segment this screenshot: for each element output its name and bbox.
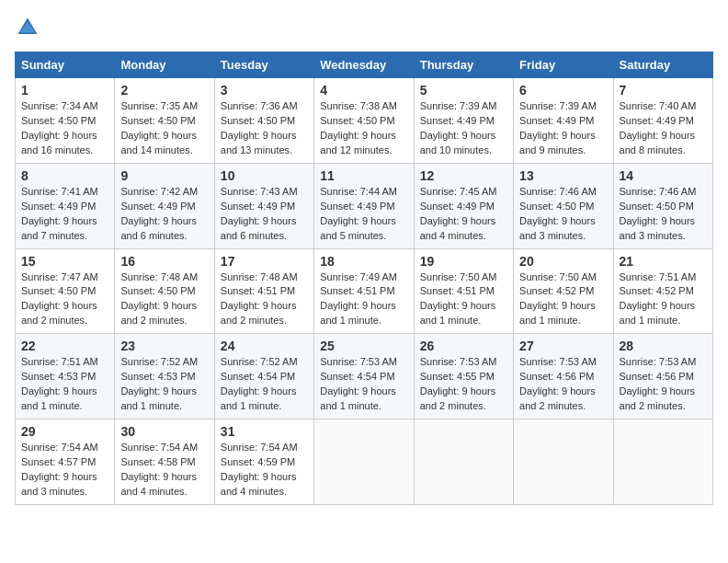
calendar-cell: 13Sunrise: 7:46 AM Sunset: 4:50 PM Dayli… [514, 163, 613, 248]
day-info: Sunrise: 7:51 AM Sunset: 4:53 PM Dayligh… [21, 356, 98, 411]
calendar-cell: 31Sunrise: 7:54 AM Sunset: 4:59 PM Dayli… [214, 419, 313, 505]
calendar-cell: 12Sunrise: 7:45 AM Sunset: 4:49 PM Dayli… [414, 163, 513, 248]
day-info: Sunrise: 7:41 AM Sunset: 4:49 PM Dayligh… [21, 186, 98, 241]
day-number: 6 [519, 83, 607, 98]
calendar-cell: 25Sunrise: 7:53 AM Sunset: 4:54 PM Dayli… [314, 334, 414, 419]
header-cell-friday: Friday [514, 52, 613, 78]
day-number: 28 [620, 339, 707, 353]
day-number: 29 [21, 424, 108, 439]
day-info: Sunrise: 7:46 AM Sunset: 4:50 PM Dayligh… [519, 186, 597, 241]
header-cell-wednesday: Wednesday [314, 52, 414, 78]
day-info: Sunrise: 7:50 AM Sunset: 4:52 PM Dayligh… [519, 271, 597, 327]
week-row-4: 22Sunrise: 7:51 AM Sunset: 4:53 PM Dayli… [16, 334, 713, 419]
day-number: 7 [620, 83, 707, 98]
day-number: 23 [120, 339, 208, 353]
day-number: 18 [320, 254, 407, 269]
day-info: Sunrise: 7:54 AM Sunset: 4:57 PM Dayligh… [21, 442, 98, 497]
calendar-cell: 1Sunrise: 7:34 AM Sunset: 4:50 PM Daylig… [16, 78, 115, 164]
day-info: Sunrise: 7:40 AM Sunset: 4:49 PM Dayligh… [620, 100, 697, 155]
calendar-cell: 15Sunrise: 7:47 AM Sunset: 4:50 PM Dayli… [16, 248, 115, 334]
day-number: 27 [519, 339, 607, 353]
calendar-cell [314, 419, 414, 505]
calendar-cell: 17Sunrise: 7:48 AM Sunset: 4:51 PM Dayli… [214, 248, 313, 334]
calendar-cell: 16Sunrise: 7:48 AM Sunset: 4:50 PM Dayli… [115, 248, 214, 334]
day-info: Sunrise: 7:36 AM Sunset: 4:50 PM Dayligh… [221, 100, 298, 155]
week-row-5: 29Sunrise: 7:54 AM Sunset: 4:57 PM Dayli… [16, 419, 713, 505]
day-info: Sunrise: 7:54 AM Sunset: 4:59 PM Dayligh… [221, 442, 298, 497]
day-number: 31 [221, 424, 308, 439]
calendar-cell: 27Sunrise: 7:53 AM Sunset: 4:56 PM Dayli… [514, 334, 613, 419]
week-row-3: 15Sunrise: 7:47 AM Sunset: 4:50 PM Dayli… [16, 248, 713, 334]
day-info: Sunrise: 7:51 AM Sunset: 4:52 PM Dayligh… [620, 271, 697, 327]
day-info: Sunrise: 7:53 AM Sunset: 4:55 PM Dayligh… [420, 356, 497, 411]
week-row-2: 8Sunrise: 7:41 AM Sunset: 4:49 PM Daylig… [16, 163, 713, 248]
calendar-cell: 28Sunrise: 7:53 AM Sunset: 4:56 PM Dayli… [613, 334, 712, 419]
day-number: 8 [21, 168, 108, 183]
calendar-cell: 29Sunrise: 7:54 AM Sunset: 4:57 PM Dayli… [16, 419, 115, 505]
header-cell-thursday: Thursday [414, 52, 513, 78]
day-number: 13 [519, 168, 607, 183]
calendar-cell: 21Sunrise: 7:51 AM Sunset: 4:52 PM Dayli… [613, 248, 712, 334]
day-number: 12 [420, 168, 507, 183]
day-number: 20 [519, 254, 607, 269]
day-number: 25 [320, 339, 407, 353]
day-number: 16 [120, 254, 208, 269]
header-cell-monday: Monday [115, 52, 214, 78]
header-cell-sunday: Sunday [16, 52, 115, 78]
day-info: Sunrise: 7:49 AM Sunset: 4:51 PM Dayligh… [320, 271, 397, 327]
calendar-cell: 8Sunrise: 7:41 AM Sunset: 4:49 PM Daylig… [16, 163, 115, 248]
calendar-table: SundayMondayTuesdayWednesdayThursdayFrid… [15, 52, 713, 505]
day-info: Sunrise: 7:48 AM Sunset: 4:50 PM Dayligh… [120, 271, 198, 327]
calendar-cell: 10Sunrise: 7:43 AM Sunset: 4:49 PM Dayli… [214, 163, 313, 248]
day-info: Sunrise: 7:39 AM Sunset: 4:49 PM Dayligh… [519, 100, 597, 155]
day-number: 17 [221, 254, 308, 269]
day-number: 26 [420, 339, 507, 353]
calendar-cell [613, 419, 712, 505]
calendar-cell: 7Sunrise: 7:40 AM Sunset: 4:49 PM Daylig… [613, 78, 712, 164]
day-info: Sunrise: 7:50 AM Sunset: 4:51 PM Dayligh… [420, 271, 497, 327]
calendar-cell: 11Sunrise: 7:44 AM Sunset: 4:49 PM Dayli… [314, 163, 414, 248]
header-cell-tuesday: Tuesday [214, 52, 313, 78]
calendar-cell: 9Sunrise: 7:42 AM Sunset: 4:49 PM Daylig… [115, 163, 214, 248]
day-number: 3 [221, 83, 308, 98]
calendar-cell: 5Sunrise: 7:39 AM Sunset: 4:49 PM Daylig… [414, 78, 513, 164]
day-number: 10 [221, 168, 308, 183]
day-info: Sunrise: 7:35 AM Sunset: 4:50 PM Dayligh… [120, 100, 198, 155]
calendar-cell: 26Sunrise: 7:53 AM Sunset: 4:55 PM Dayli… [414, 334, 513, 419]
calendar-cell: 18Sunrise: 7:49 AM Sunset: 4:51 PM Dayli… [314, 248, 414, 334]
day-info: Sunrise: 7:48 AM Sunset: 4:51 PM Dayligh… [221, 271, 298, 327]
calendar-cell: 19Sunrise: 7:50 AM Sunset: 4:51 PM Dayli… [414, 248, 513, 334]
day-info: Sunrise: 7:53 AM Sunset: 4:56 PM Dayligh… [519, 356, 597, 411]
calendar-cell: 4Sunrise: 7:38 AM Sunset: 4:50 PM Daylig… [314, 78, 414, 164]
day-info: Sunrise: 7:53 AM Sunset: 4:54 PM Dayligh… [320, 356, 397, 411]
day-info: Sunrise: 7:42 AM Sunset: 4:49 PM Dayligh… [120, 186, 198, 241]
day-number: 14 [620, 168, 707, 183]
calendar-cell [514, 419, 613, 505]
day-number: 22 [21, 339, 108, 353]
calendar-cell: 3Sunrise: 7:36 AM Sunset: 4:50 PM Daylig… [214, 78, 313, 164]
logo-icon [15, 15, 40, 40]
day-number: 11 [320, 168, 407, 183]
calendar-cell [414, 419, 513, 505]
logo [15, 15, 44, 40]
calendar-cell: 23Sunrise: 7:52 AM Sunset: 4:53 PM Dayli… [115, 334, 214, 419]
day-number: 1 [21, 83, 108, 98]
day-number: 19 [420, 254, 507, 269]
day-info: Sunrise: 7:45 AM Sunset: 4:49 PM Dayligh… [420, 186, 497, 241]
day-info: Sunrise: 7:46 AM Sunset: 4:50 PM Dayligh… [620, 186, 697, 241]
header-cell-saturday: Saturday [613, 52, 712, 78]
day-info: Sunrise: 7:54 AM Sunset: 4:58 PM Dayligh… [120, 442, 198, 497]
calendar-header-row: SundayMondayTuesdayWednesdayThursdayFrid… [16, 52, 713, 78]
day-number: 21 [620, 254, 707, 269]
day-number: 15 [21, 254, 108, 269]
calendar-cell: 24Sunrise: 7:52 AM Sunset: 4:54 PM Dayli… [214, 334, 313, 419]
calendar-cell: 14Sunrise: 7:46 AM Sunset: 4:50 PM Dayli… [613, 163, 712, 248]
day-info: Sunrise: 7:38 AM Sunset: 4:50 PM Dayligh… [320, 100, 397, 155]
day-info: Sunrise: 7:53 AM Sunset: 4:56 PM Dayligh… [620, 356, 697, 411]
week-row-1: 1Sunrise: 7:34 AM Sunset: 4:50 PM Daylig… [16, 78, 713, 164]
calendar-body: 1Sunrise: 7:34 AM Sunset: 4:50 PM Daylig… [16, 78, 713, 505]
day-info: Sunrise: 7:39 AM Sunset: 4:49 PM Dayligh… [420, 100, 497, 155]
day-info: Sunrise: 7:52 AM Sunset: 4:53 PM Dayligh… [120, 356, 198, 411]
calendar-cell: 30Sunrise: 7:54 AM Sunset: 4:58 PM Dayli… [115, 419, 214, 505]
day-number: 30 [120, 424, 208, 439]
